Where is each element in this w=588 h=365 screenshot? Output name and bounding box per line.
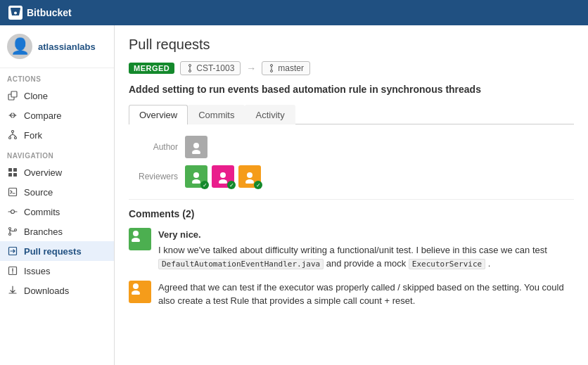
svg-point-21 (192, 150, 200, 154)
author-label: Author (129, 142, 178, 152)
author-avatar (185, 136, 207, 158)
fork-icon (7, 129, 18, 141)
comment-1-period: . (485, 258, 490, 269)
svg-point-28 (133, 231, 139, 236)
svg-point-2 (12, 131, 14, 133)
tab-overview[interactable]: Overview (129, 105, 188, 124)
branch-from: CST-1003 (180, 61, 241, 75)
svg-rect-9 (9, 188, 17, 196)
tab-commits[interactable]: Commits (188, 105, 245, 124)
sidebar-item-pull-requests[interactable]: Pull requests (0, 241, 114, 261)
comment-1-code2: ExecutorService (409, 259, 485, 269)
downloads-icon (7, 285, 18, 296)
author-row: Author (129, 136, 574, 158)
source-icon (7, 186, 18, 198)
topnav: Bitbucket (0, 0, 588, 25)
comment-1: Very nice. I know we've talked about dif… (129, 228, 574, 271)
svg-point-26 (247, 172, 253, 178)
fork-label: Fork (24, 130, 42, 141)
svg-rect-6 (13, 168, 17, 172)
issues-label: Issues (24, 266, 51, 276)
sidebar-item-downloads[interactable]: Downloads (0, 281, 114, 300)
sidebar-item-issues[interactable]: Issues (0, 261, 114, 281)
sidebar-item-source[interactable]: Source (0, 182, 114, 202)
comment-2-text: Agreed that we can test if the executor … (158, 281, 574, 308)
clone-label: Clone (24, 91, 48, 101)
branch-to: master (262, 61, 310, 75)
branches-label: Branches (24, 226, 63, 237)
tab-activity[interactable]: Activity (245, 105, 295, 124)
pr-title: Added setting to run events based automa… (129, 84, 574, 95)
reviewers-row: Reviewers ✓ (129, 165, 574, 188)
comments-title: Comments (2) (129, 199, 574, 219)
reviewer-3-check: ✓ (254, 181, 262, 189)
status-badge: MERGED (129, 63, 174, 74)
svg-rect-1 (11, 91, 17, 97)
sidebar-item-branches[interactable]: Branches (0, 222, 114, 241)
sidebar-item-clone[interactable]: Clone (0, 86, 114, 105)
svg-point-25 (219, 179, 227, 184)
compare-icon (7, 110, 18, 121)
reviewers-label: Reviewers (129, 172, 178, 181)
svg-point-20 (193, 143, 199, 148)
reviewer-2: ✓ (212, 165, 234, 188)
branch-from-label: CST-1003 (196, 63, 234, 73)
pr-meta: Author Reviewers (129, 136, 574, 188)
comment-2: Agreed that we can test if the executor … (129, 281, 574, 308)
branch-to-label: master (278, 63, 304, 73)
issues-icon (7, 265, 18, 276)
svg-point-30 (133, 283, 139, 289)
reviewer-2-check: ✓ (227, 181, 236, 189)
svg-point-24 (220, 172, 226, 178)
source-label: Source (24, 187, 53, 198)
reviewers-list: ✓ ✓ (185, 165, 261, 188)
topnav-logo-text: Bitbucket (27, 7, 72, 18)
comment-1-first-line: Very nice. (158, 228, 574, 242)
svg-point-29 (132, 238, 140, 242)
sidebar-username: atlassianlabs (38, 41, 96, 52)
actions-label: ACTIONS (0, 68, 114, 86)
sidebar-item-fork[interactable]: Fork (0, 125, 114, 145)
branch-bar: MERGED CST-1003 → master (129, 61, 574, 75)
comment-1-part2: and provide a mock (324, 258, 409, 269)
main-content: Pull requests MERGED CST-1003 → master (115, 25, 588, 365)
page-title: Pull requests (129, 37, 574, 53)
svg-rect-8 (13, 173, 17, 177)
overview-label: Overview (24, 167, 62, 178)
comment-1-part1: I know we've talked about difficulty wri… (158, 245, 547, 255)
commits-icon (7, 206, 18, 217)
svg-point-22 (193, 172, 199, 178)
user-avatar: 👤 (7, 34, 32, 59)
sidebar: 👤 atlassianlabs ACTIONS Clone Compare (0, 25, 115, 365)
comment-2-avatar (129, 281, 151, 303)
reviewer-3: ✓ (238, 165, 261, 188)
pull-requests-label: Pull requests (24, 246, 82, 257)
sidebar-item-overview[interactable]: Overview (0, 162, 114, 182)
svg-point-23 (192, 179, 200, 184)
clone-icon (7, 90, 18, 101)
sidebar-user[interactable]: 👤 atlassianlabs (0, 25, 114, 68)
comments-section: Comments (2) Very nice. I know we've tal… (129, 199, 574, 308)
svg-point-27 (245, 179, 254, 184)
svg-rect-7 (8, 173, 12, 177)
comment-1-body: Very nice. I know we've talked about dif… (158, 228, 574, 271)
commits-label: Commits (24, 207, 60, 217)
downloads-label: Downloads (24, 286, 69, 296)
sidebar-item-commits[interactable]: Commits (0, 202, 114, 222)
tabs: Overview Commits Activity (129, 105, 574, 124)
svg-rect-5 (8, 168, 12, 172)
bitbucket-logo-icon (8, 6, 23, 20)
comment-1-text: Very nice. I know we've talked about dif… (158, 228, 574, 271)
overview-icon (7, 167, 18, 178)
compare-label: Compare (24, 110, 61, 121)
comment-2-body: Agreed that we can test if the executor … (158, 281, 574, 308)
navigation-label: NAVIGATION (0, 145, 114, 162)
topnav-logo[interactable]: Bitbucket (8, 6, 72, 20)
reviewer-1: ✓ (185, 165, 207, 188)
pull-requests-icon (7, 245, 18, 257)
branch-arrow-icon: → (246, 63, 256, 74)
sidebar-item-compare[interactable]: Compare (0, 105, 114, 125)
layout: 👤 atlassianlabs ACTIONS Clone Compare (0, 25, 588, 365)
svg-point-10 (11, 210, 15, 214)
author-avatar-img (185, 136, 207, 158)
